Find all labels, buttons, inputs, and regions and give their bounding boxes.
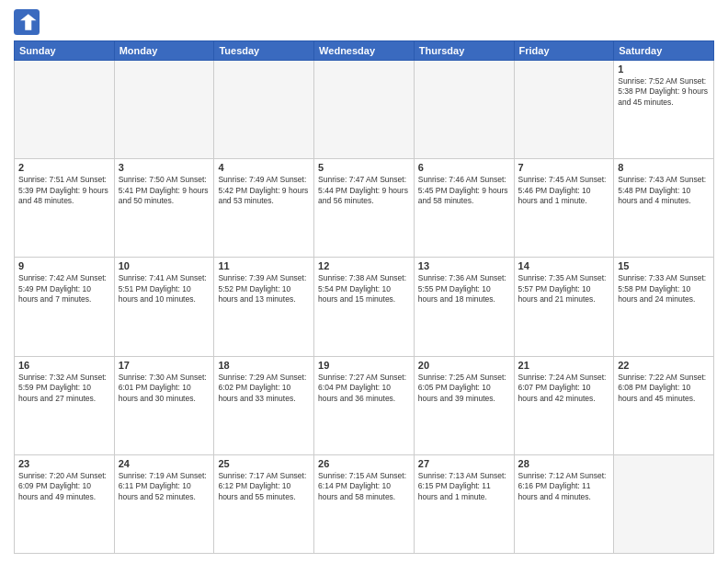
- day-number: 16: [18, 360, 110, 371]
- day-number: 1: [618, 63, 710, 75]
- day-number: 4: [218, 162, 310, 173]
- day-info: Sunrise: 7:35 AM Sunset: 5:57 PM Dayligh…: [518, 273, 610, 304]
- day-number: 26: [318, 458, 410, 469]
- day-info: Sunrise: 7:43 AM Sunset: 5:48 PM Dayligh…: [618, 175, 710, 206]
- weekday-header-sunday: Sunday: [15, 41, 115, 61]
- day-number: 20: [418, 360, 510, 371]
- day-info: Sunrise: 7:32 AM Sunset: 5:59 PM Dayligh…: [18, 373, 110, 404]
- day-number: 21: [518, 360, 610, 371]
- day-info: Sunrise: 7:17 AM Sunset: 6:12 PM Dayligh…: [218, 471, 310, 502]
- day-cell: 15Sunrise: 7:33 AM Sunset: 5:58 PM Dayli…: [614, 258, 714, 356]
- day-number: 14: [518, 260, 610, 271]
- day-number: 17: [119, 360, 210, 371]
- day-info: Sunrise: 7:25 AM Sunset: 6:05 PM Dayligh…: [418, 373, 510, 404]
- day-cell: 9Sunrise: 7:42 AM Sunset: 5:49 PM Daylig…: [15, 258, 115, 356]
- day-info: Sunrise: 7:30 AM Sunset: 6:01 PM Dayligh…: [119, 373, 210, 404]
- week-row-3: 9Sunrise: 7:42 AM Sunset: 5:49 PM Daylig…: [15, 258, 714, 356]
- weekday-header-tuesday: Tuesday: [214, 41, 314, 61]
- day-cell: 7Sunrise: 7:45 AM Sunset: 5:46 PM Daylig…: [514, 159, 614, 258]
- day-info: Sunrise: 7:45 AM Sunset: 5:46 PM Dayligh…: [518, 175, 610, 206]
- day-cell: [514, 61, 614, 159]
- day-cell: [614, 454, 714, 553]
- day-info: Sunrise: 7:51 AM Sunset: 5:39 PM Dayligh…: [18, 175, 110, 206]
- day-info: Sunrise: 7:49 AM Sunset: 5:42 PM Dayligh…: [218, 175, 310, 206]
- day-number: 11: [218, 260, 310, 271]
- day-info: Sunrise: 7:36 AM Sunset: 5:55 PM Dayligh…: [418, 273, 510, 304]
- calendar-body: 1Sunrise: 7:52 AM Sunset: 5:38 PM Daylig…: [15, 61, 714, 554]
- day-cell: 16Sunrise: 7:32 AM Sunset: 5:59 PM Dayli…: [15, 356, 115, 454]
- day-cell: 25Sunrise: 7:17 AM Sunset: 6:12 PM Dayli…: [214, 454, 314, 553]
- day-number: 15: [618, 260, 710, 271]
- day-number: 6: [418, 162, 510, 173]
- day-number: 25: [218, 458, 310, 469]
- day-number: 7: [518, 162, 610, 173]
- day-cell: 26Sunrise: 7:15 AM Sunset: 6:14 PM Dayli…: [314, 454, 415, 553]
- day-cell: 8Sunrise: 7:43 AM Sunset: 5:48 PM Daylig…: [614, 159, 714, 258]
- day-cell: 19Sunrise: 7:27 AM Sunset: 6:04 PM Dayli…: [314, 356, 415, 454]
- weekday-header-monday: Monday: [114, 41, 214, 61]
- day-cell: 10Sunrise: 7:41 AM Sunset: 5:51 PM Dayli…: [114, 258, 214, 356]
- day-number: 12: [318, 260, 410, 271]
- day-number: 18: [218, 360, 310, 371]
- day-cell: 4Sunrise: 7:49 AM Sunset: 5:42 PM Daylig…: [214, 159, 314, 258]
- day-number: 23: [18, 458, 110, 469]
- day-info: Sunrise: 7:19 AM Sunset: 6:11 PM Dayligh…: [119, 471, 210, 502]
- day-cell: 24Sunrise: 7:19 AM Sunset: 6:11 PM Dayli…: [114, 454, 214, 553]
- header: [14, 9, 714, 35]
- day-cell: 17Sunrise: 7:30 AM Sunset: 6:01 PM Dayli…: [114, 356, 214, 454]
- day-number: 22: [618, 360, 710, 371]
- week-row-4: 16Sunrise: 7:32 AM Sunset: 5:59 PM Dayli…: [15, 356, 714, 454]
- day-cell: 18Sunrise: 7:29 AM Sunset: 6:02 PM Dayli…: [214, 356, 314, 454]
- day-number: 3: [119, 162, 210, 173]
- weekday-header-thursday: Thursday: [414, 41, 514, 61]
- day-cell: [15, 61, 115, 159]
- day-number: 5: [318, 162, 410, 173]
- weekday-row: SundayMondayTuesdayWednesdayThursdayFrid…: [15, 41, 714, 61]
- day-info: Sunrise: 7:15 AM Sunset: 6:14 PM Dayligh…: [318, 471, 410, 502]
- day-number: 8: [618, 162, 710, 173]
- day-info: Sunrise: 7:38 AM Sunset: 5:54 PM Dayligh…: [318, 273, 410, 304]
- day-number: 27: [418, 458, 510, 469]
- day-cell: 6Sunrise: 7:46 AM Sunset: 5:45 PM Daylig…: [414, 159, 514, 258]
- day-info: Sunrise: 7:24 AM Sunset: 6:07 PM Dayligh…: [518, 373, 610, 404]
- logo-icon: [14, 9, 40, 35]
- calendar-table: SundayMondayTuesdayWednesdayThursdayFrid…: [14, 40, 714, 554]
- day-number: 24: [119, 458, 210, 469]
- day-cell: 20Sunrise: 7:25 AM Sunset: 6:05 PM Dayli…: [414, 356, 514, 454]
- page: SundayMondayTuesdayWednesdayThursdayFrid…: [0, 0, 728, 563]
- day-info: Sunrise: 7:41 AM Sunset: 5:51 PM Dayligh…: [119, 273, 210, 304]
- day-info: Sunrise: 7:47 AM Sunset: 5:44 PM Dayligh…: [318, 175, 410, 206]
- day-cell: 27Sunrise: 7:13 AM Sunset: 6:15 PM Dayli…: [414, 454, 514, 553]
- day-cell: 14Sunrise: 7:35 AM Sunset: 5:57 PM Dayli…: [514, 258, 614, 356]
- day-info: Sunrise: 7:27 AM Sunset: 6:04 PM Dayligh…: [318, 373, 410, 404]
- weekday-header-saturday: Saturday: [614, 41, 714, 61]
- day-info: Sunrise: 7:13 AM Sunset: 6:15 PM Dayligh…: [418, 471, 510, 502]
- day-info: Sunrise: 7:52 AM Sunset: 5:38 PM Dayligh…: [618, 76, 710, 108]
- day-info: Sunrise: 7:33 AM Sunset: 5:58 PM Dayligh…: [618, 273, 710, 304]
- day-info: Sunrise: 7:29 AM Sunset: 6:02 PM Dayligh…: [218, 373, 310, 404]
- day-number: 28: [518, 458, 610, 469]
- day-cell: 12Sunrise: 7:38 AM Sunset: 5:54 PM Dayli…: [314, 258, 415, 356]
- day-number: 2: [18, 162, 110, 173]
- day-cell: 28Sunrise: 7:12 AM Sunset: 6:16 PM Dayli…: [514, 454, 614, 553]
- day-info: Sunrise: 7:22 AM Sunset: 6:08 PM Dayligh…: [618, 373, 710, 404]
- day-info: Sunrise: 7:39 AM Sunset: 5:52 PM Dayligh…: [218, 273, 310, 304]
- day-info: Sunrise: 7:12 AM Sunset: 6:16 PM Dayligh…: [518, 471, 610, 502]
- week-row-5: 23Sunrise: 7:20 AM Sunset: 6:09 PM Dayli…: [15, 454, 714, 553]
- day-cell: [214, 61, 314, 159]
- day-cell: 22Sunrise: 7:22 AM Sunset: 6:08 PM Dayli…: [614, 356, 714, 454]
- calendar-header: SundayMondayTuesdayWednesdayThursdayFrid…: [15, 41, 714, 61]
- day-cell: [114, 61, 214, 159]
- day-cell: 13Sunrise: 7:36 AM Sunset: 5:55 PM Dayli…: [414, 258, 514, 356]
- day-number: 19: [318, 360, 410, 371]
- weekday-header-friday: Friday: [514, 41, 614, 61]
- week-row-2: 2Sunrise: 7:51 AM Sunset: 5:39 PM Daylig…: [15, 159, 714, 258]
- day-cell: [414, 61, 514, 159]
- day-cell: 2Sunrise: 7:51 AM Sunset: 5:39 PM Daylig…: [15, 159, 115, 258]
- day-cell: 1Sunrise: 7:52 AM Sunset: 5:38 PM Daylig…: [614, 61, 714, 159]
- day-cell: 5Sunrise: 7:47 AM Sunset: 5:44 PM Daylig…: [314, 159, 415, 258]
- day-cell: 23Sunrise: 7:20 AM Sunset: 6:09 PM Dayli…: [15, 454, 115, 553]
- day-cell: [314, 61, 415, 159]
- day-info: Sunrise: 7:20 AM Sunset: 6:09 PM Dayligh…: [18, 471, 110, 502]
- logo: [14, 9, 43, 35]
